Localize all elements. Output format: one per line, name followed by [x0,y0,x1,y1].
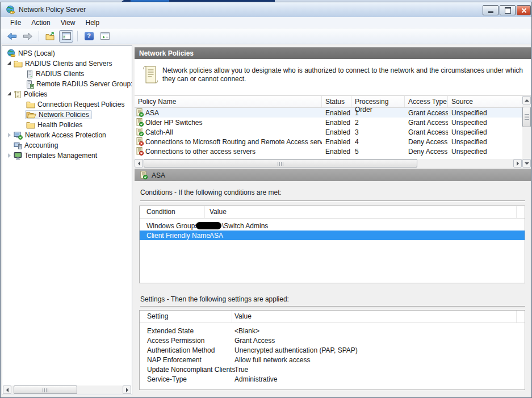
policy-row-other-access-servers[interactable]: Connections to other access servers Enab… [135,146,531,156]
policy-row-catch-all[interactable]: Catch-All Enabled 3 Grant Access Unspeci… [135,127,531,137]
tree-selection: Network Policies [25,110,92,119]
back-button[interactable] [5,30,19,43]
tree-horizontal-scrollbar[interactable] [3,386,131,394]
column-header-policy-name[interactable]: Policy Name [135,96,322,107]
description-text: Network policies allow you to designate … [162,66,530,83]
setting-row-extended-state[interactable]: Extended State <Blank> [140,326,525,336]
scroll-up-button[interactable] [522,96,531,104]
policy-grant-icon [140,171,148,179]
scroll-left-button[interactable] [135,159,143,167]
setting-row-update-noncompliant-clients[interactable]: Update Noncompliant Clients True [140,365,525,374]
scroll-right-button[interactable] [513,159,522,167]
setting-row-access-permission[interactable]: Access Permission Grant Access [140,336,525,345]
scroll-down-button[interactable] [522,159,531,167]
policy-name: Connections to other access servers [145,148,255,156]
setting-name: Authentication Method [140,346,232,354]
column-header-setting[interactable]: Setting [140,311,232,322]
policy-deny-icon [136,137,144,146]
tree-item-connection-request-policies[interactable]: Connection Request Policies [2,99,132,110]
forward-button[interactable] [20,30,35,43]
column-header-status[interactable]: Status [322,96,351,107]
setting-value: Unencrypted authentication (PAP, SPAP) [232,346,358,354]
minimize-button[interactable] [483,5,499,15]
column-header-source[interactable]: Source [448,96,531,107]
conditions-box: Condition Value Windows Groups \Switch A… [139,206,525,283]
column-header-value[interactable]: Value [232,311,252,322]
policy-access: Deny Access [405,148,448,156]
menu-bar: File Action View Help [1,17,531,28]
condition-row-client-friendly-name[interactable]: Client Friendly Name ASA [140,231,525,240]
policy-list-vertical-scrollbar[interactable] [522,96,531,167]
policy-grant-icon [136,128,144,136]
setting-value: True [232,366,248,374]
column-header-condition[interactable]: Condition [140,206,205,218]
policy-name: Connections to Microsoft Routing and Rem… [145,138,322,146]
tree-item-label: Network Access Protection [25,131,106,139]
column-header-access-type[interactable]: Access Type [405,96,448,107]
setting-value: Administrative [232,375,277,383]
policy-deny-icon [136,147,144,156]
tree-item-label: Network Policies [39,111,89,119]
title-bar[interactable]: Network Policy Server [1,2,531,17]
menu-action[interactable]: Action [26,18,55,28]
tree-item-accounting[interactable]: Accounting [2,140,132,150]
scrollbar-thumb[interactable] [144,159,417,167]
condition-row-windows-groups[interactable]: Windows Groups \Switch Admins [140,221,525,231]
policy-status: Enabled [322,109,351,117]
expander-collapsed-icon[interactable] [7,153,12,158]
expander-expanded-icon[interactable] [7,61,12,66]
tree-item-network-policies[interactable]: Network Policies [2,110,132,120]
column-header-processing-order[interactable]: Processing Order [351,96,405,107]
policy-grant-icon [136,108,144,117]
toolbar-separator [39,31,39,41]
tree-item-radius-clients[interactable]: RADIUS Clients [2,69,132,79]
menu-file[interactable]: File [5,18,26,28]
tree-item-network-access-protection[interactable]: Network Access Protection [2,130,132,140]
description-panel: Network policies allow you to designate … [135,59,531,96]
tree-item-templates-management[interactable]: Templates Management [2,150,132,161]
help-button[interactable]: ? [82,30,96,43]
forward-arrow-icon [23,32,33,40]
server-group-icon [26,80,34,89]
console-tree-toggle-button[interactable] [59,30,73,43]
expander-collapsed-icon[interactable] [7,132,12,138]
policy-row-older-hp-switches[interactable]: Older HP Switches Enabled 2 Grant Access… [135,118,531,127]
redaction [196,222,221,229]
menu-help[interactable]: Help [81,18,105,28]
scrollbar-thumb[interactable] [522,107,531,127]
scroll-left-button[interactable] [3,386,11,394]
tree-item-radius-clients-servers[interactable]: RADIUS Clients and Servers [2,58,132,69]
setting-row-service-type[interactable]: Service-Type Administrative [140,374,525,384]
tree-item-remote-radius-server-groups[interactable]: Remote RADIUS Server Group: [2,79,132,89]
thumb-grip [525,114,529,120]
scrollbar-thumb[interactable] [14,386,77,394]
action-pane-toggle-button[interactable] [98,30,112,43]
expander-expanded-icon[interactable] [7,91,12,97]
desktop: { "window": { "title": "Network Policy S… [0,0,532,398]
setting-name: Extended State [140,327,232,335]
policy-access: Deny Access [405,138,448,146]
scroll-right-button[interactable] [123,386,131,394]
column-header-value[interactable]: Value [205,206,227,218]
server-icon [26,70,33,78]
tree-item-policies[interactable]: Policies [2,89,132,99]
policy-order: 1 [351,109,405,117]
policy-name: ASA [145,109,159,117]
back-arrow-icon [7,32,17,40]
tree-item-health-policies[interactable]: Health Policies [2,120,132,130]
export-list-button[interactable] [43,30,57,43]
settings-box: Setting Value Extended State <Blank> Acc… [139,310,525,390]
folder-open-icon [26,111,36,119]
setting-row-authentication-method[interactable]: Authentication Method Unencrypted authen… [140,345,525,355]
policy-list-horizontal-scrollbar[interactable] [135,159,522,167]
menu-view[interactable]: View [56,18,81,28]
policy-row-asa[interactable]: ASA Enabled 1 Grant Access Unspecified [135,108,531,118]
tree-item-nps-local[interactable]: NPS (Local) [2,48,132,58]
header-stub [516,311,525,322]
setting-row-nap-enforcement[interactable]: NAP Enforcement Allow full network acces… [140,355,525,365]
policy-source: Unspecified [448,109,531,117]
restore-button[interactable] [500,5,516,15]
close-button[interactable] [517,5,531,15]
policy-row-ms-rras[interactable]: Connections to Microsoft Routing and Rem… [135,137,531,146]
condition-name: Windows Groups [140,222,205,230]
